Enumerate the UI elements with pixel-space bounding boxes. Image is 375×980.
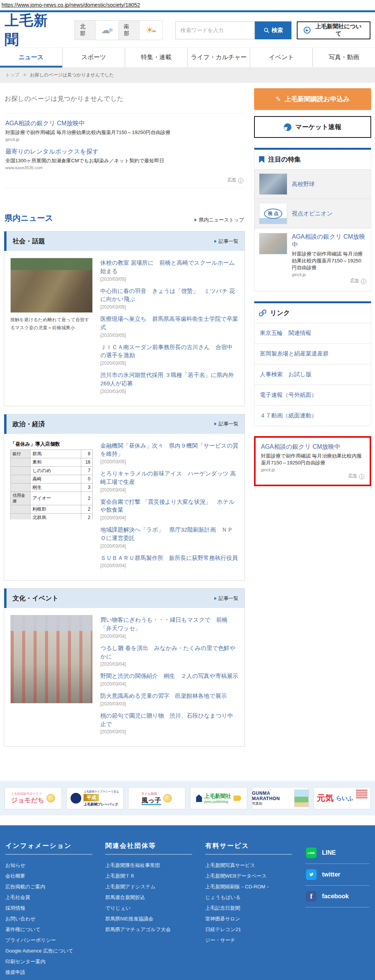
table-row: 高崎 0 [11,475,93,483]
footer-link[interactable]: 同窓万歳 [5,978,92,980]
article-title-link[interactable]: 買い物客にぎわうも・・・縁日もマスクで 前橋「弁天ワッセ」 [100,616,238,632]
footer-column-paid-services: 有料サービス 上毛新聞写真サービス上毛新聞WEBデータベース上毛新聞縮刷版－CD… [205,841,292,980]
footer-link[interactable]: でりじぇい [105,903,192,914]
footer-social: LINE LINE twitter f facebook [305,841,370,980]
sidebar-link[interactable]: 東京五輪 関連情報 [254,323,371,343]
article-title-link[interactable]: つるし雛 春を演出 みなかみ・たくみの里で色鮮やかに [100,644,238,661]
ad-info-icon[interactable]: i [238,178,243,183]
article-date: [2020/03/03] [100,701,238,707]
banner-heisei-playback[interactable]: 上毛新聞ライブラリーで見る平成上毛新聞プレーバック [66,787,124,809]
search-button[interactable]: 検索 [255,21,291,39]
street-market-photo[interactable] [10,615,93,703]
nav-tab[interactable]: ニュース [0,48,63,67]
red-border-ad[interactable]: AGA相談の銀クリ CM放映中 対面診療で副作用確認 毎月治療効果比較内服薬月7… [254,436,371,486]
kennai-top-link[interactable]: 県内ニューストップ [195,217,244,223]
footer-link[interactable]: Google Adsence 広告について [5,946,92,956]
shiten-logo-thumbnail: 視 点 [259,203,287,224]
footer-link[interactable]: 上毛新聞WEBデータベース [205,871,292,881]
about-company-button[interactable]: ▶ 上毛新聞社について [297,21,370,39]
nav-tab[interactable]: スポーツ [63,48,125,67]
text-ad[interactable]: AGA相談の銀クリ CM放映中 対面診療で副作用確認 毎月治療効果比較内服薬月7… [5,120,243,142]
ad-title[interactable]: AGA相談の銀クリ CM放映中 [292,233,366,249]
footer-link[interactable]: 上毛社会賞 [5,892,92,903]
banner-jomodachi[interactable]: 上毛新聞販売店クラブジョモだち [5,787,62,809]
footer-link[interactable]: 日経テレコン21 [205,924,292,935]
article-list-link[interactable]: 記事一覧 [214,238,238,245]
footer-link[interactable]: 後援申請 [5,967,92,978]
banner-jomo-publishing[interactable]: 上毛新聞社jomo publishing [190,787,247,809]
footer-link[interactable]: お知らせ [5,860,92,871]
footer-link[interactable]: 上毛記念日新聞 [205,903,292,914]
text-ad[interactable]: 最寄りのレンタルボックスを探す 全国1300ヶ所展開の加瀬倉庫CMでもお馴染み／… [5,148,243,170]
marathon-illustration [294,789,308,807]
breadcrumb-home-link[interactable]: トップ [5,72,19,78]
sidebar-link[interactable]: 人事検索 お試し版 [254,364,371,385]
sidebar-link[interactable]: ４７動画（紙面連動） [254,405,371,426]
article-title-link[interactable]: ＪＩＣＡ南スーダン前事務所長の古川さん 合宿中の選手を激励 [100,343,238,360]
article-title-link[interactable]: 防火意識高める児童の習字 邑楽館林各地で展示 [100,692,238,700]
search-input[interactable] [175,21,255,39]
lunch-break-table[interactable]: 「昼休み」導入店舗数 銀行 群馬 8 [10,441,93,519]
featured-ad[interactable]: AGA相談の銀クリ CM放映中 対面診療で副作用確認 毎月治療効果比較内服薬月7… [254,228,371,291]
nav-tab[interactable]: ライフ・カルチャー [188,48,250,67]
featured-item-koko-yakyu[interactable]: 高校野球 [254,169,371,199]
classroom-photo[interactable] [10,258,93,313]
nav-tab[interactable]: 写真・動画 [313,48,375,67]
article-title-link[interactable]: 桃の節句で園児に贈り物 渋川、石段ひなまつり中止で [100,712,238,728]
footer-link[interactable]: 上毛新聞写真サービス [205,860,292,871]
footer-link[interactable]: 群馬県アマチュアゴルフ大会 [105,924,192,935]
article-list-link[interactable]: 記事一覧 [214,420,238,427]
article-title-link[interactable]: ＳＵＢＡＲＵ群馬製作所 新所長に荻野常務執行役員 [100,554,238,562]
footer-link[interactable]: 群馬県NIE推進協議会 [105,914,192,924]
weather-widget: 北部 ☁❄ 南部 ☀☁ [74,20,163,40]
footer-link[interactable]: 群馬連合新聞折込 [105,892,192,903]
footer-link[interactable]: 雷神囲碁サロン [205,914,292,924]
nav-tab[interactable]: イベント [250,48,313,67]
footer-link[interactable]: じょうもばいる [205,892,292,903]
footer-link[interactable]: 広告掲載のご案内 [5,881,92,892]
sidebar-link[interactable]: 富岡製糸場と絹産業遺産群 [254,343,371,364]
article-title-link[interactable]: 宴会自粛で打撃 「震災後より大変な状況」 ホテルや飲食業 [100,498,238,514]
article-title-link[interactable]: とろりキャラメルの新味アイス ハーゲンダッツ 高崎工場で生産 [100,469,238,486]
banner-kazakko[interactable]: 子ども新聞風っ子 [128,787,185,809]
article-title-link[interactable]: 金融機関「昼休み」次々 県内９機関「サービスの質を維持」 [100,441,238,458]
footer-link[interactable]: 上毛新聞厚生福祉事業団 [105,860,192,871]
site-logo[interactable]: 上毛新聞 [5,11,61,49]
featured-item-shiten-opinion[interactable]: 視 点 視点オピニオン [254,199,371,228]
ad-info-icon[interactable]: i [361,279,366,284]
ad-info-icon[interactable]: i [359,474,364,479]
ad-title[interactable]: 最寄りのレンタルボックスを探す [5,148,243,156]
banner-main-text: 上毛新聞社 [204,793,231,800]
article-list-link[interactable]: 記事一覧 [214,595,238,602]
subscribe-button[interactable]: ✎ 上毛新聞購読お申込み [254,88,371,110]
market-report-button[interactable]: マーケット速報 [254,116,371,138]
banner-gunma-marathon[interactable]: GUNMA MARATHON写真館 [252,787,309,809]
section-title: 政治・経済 [13,420,45,429]
footer-link[interactable]: 印刷センター案内 [5,956,92,967]
footer-link[interactable]: 採用情報 [5,903,92,914]
sidebar-link[interactable]: 電子速報（号外紙面） [254,385,371,405]
footer-link[interactable]: 上毛新聞アドシステム [105,881,192,892]
footer-link[interactable]: プライバシーポリシー [5,935,92,946]
article-title-link[interactable]: 渋川市の氷河期世代採用 ３職種「若干名」に県内外269人が応募 [100,371,238,388]
social-twitter-link[interactable]: twitter [305,864,370,886]
ad-title[interactable]: AGA相談の銀クリ CM放映中 [5,120,243,128]
article-title-link[interactable]: 中心街に春の羽音 きょうは「啓蟄」 ミツバチ 花に向かい飛ぶ [100,287,238,304]
social-line-link[interactable]: LINE LINE [305,842,370,864]
footer-link[interactable]: ジー・サーチ [205,935,292,946]
nav-tab[interactable]: 特集・連載 [125,48,188,67]
article-date: [2020/03/05] [100,459,238,464]
banner-genki-life[interactable]: 元気 らいふ [314,787,371,809]
footer-link[interactable]: 著作権について [5,924,92,935]
article-title-link[interactable]: 医療現場へ巣立ち 群馬県高等歯科衛生士学院で卒業式 [100,315,238,332]
social-facebook-link[interactable]: f facebook [305,886,370,907]
article-title-link[interactable]: 休校の教室 居場所に 前橋と高崎でスクールホーム始まる [100,259,238,275]
footer-link[interactable]: 上毛新聞縮刷版－CD-ROM－ [205,881,292,892]
article-title-link[interactable]: 地域課題解決へ「ラボ」 県庁32階刷新計画 ＮＰＯに運営委託 [100,526,238,542]
article-title-link[interactable]: 野間と渋沢の関係紹介 桐生 ２人の写真や寄稿展示 [100,672,238,680]
footer-link[interactable]: お問い合わせ [5,914,92,924]
footer-link[interactable]: 上毛新聞ＴＲ [105,871,192,881]
twitter-bird-icon [306,869,317,880]
ad-title[interactable]: AGA相談の銀クリ CM放映中 [261,443,364,451]
footer-link[interactable]: 会社概要 [5,871,92,881]
